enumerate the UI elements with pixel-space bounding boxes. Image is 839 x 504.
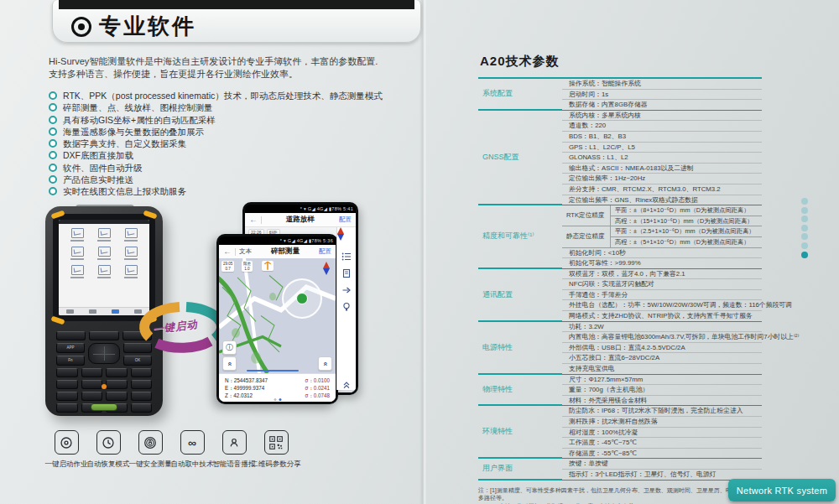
list-icon — [341, 252, 352, 262]
spec-row: 防尘防水：IP68；可抗2米水下随时浸泡，完全防止粉尘进入 — [562, 406, 762, 417]
feature-item: 数据字典支持、自定义数据采集 — [49, 138, 409, 148]
spec-row: BDS：B1、B2、B3 — [562, 132, 762, 143]
spec-row: 手簿通信：手簿差分 — [562, 290, 762, 301]
spec-row: 工作温度：-45℃~75℃ — [562, 438, 762, 449]
rtk-accuracy-group: RTK定位精度 平面：±（8+1×10⁻⁶D）mm（D为被测点间距离） 高程：±… — [562, 205, 762, 226]
spec-row: 初始化可靠性：>99.99% — [562, 258, 762, 268]
feature-badge: 自动恢复模式 — [87, 430, 129, 470]
bullet-icon — [49, 139, 57, 148]
spec-section-physical: 物理特性 尺寸：Φ127.5mm×57mm 重量：700g（含主机电池） 材料：… — [478, 375, 762, 407]
device-app-grid — [59, 224, 149, 278]
document-icon — [341, 268, 352, 278]
spec-row: 输出格式：ASCII：NMEA-0183以及二进制 — [562, 164, 762, 174]
footnotes: 注：[1]测量精度、可靠性受多种因素干扰，包括卫星几何分布、卫星数、观测时间、卫… — [478, 486, 762, 504]
spec-section-label: 系统配置 — [478, 79, 562, 111]
info-button: ⓘ — [222, 340, 237, 355]
qr-code-icon — [264, 430, 289, 455]
spec-row: 双模蓝牙：双模，蓝牙4.0，向下兼容2.1 — [562, 269, 762, 280]
bullet-icon — [49, 91, 57, 100]
intro-paragraph: Hi-Survey智能测量软件是中海达自主研发设计的专业手簿软件，丰富的参数配置… — [49, 55, 409, 80]
voice-person-icon — [222, 430, 247, 455]
bullet-icon — [49, 164, 57, 172]
static-accuracy-group: 静态定位精度 平面：±（2.5+1×10⁻⁶D）mm（D为被测点间距离） 高程：… — [562, 226, 762, 247]
lightbulb-icon — [341, 302, 352, 312]
spec-panel: A20技术参数 系统配置 操作系统：智能操作系统 启动时间：1s 数据存储：内置… — [478, 54, 762, 504]
sigma-value: σ：0.0748 — [305, 392, 330, 399]
back-arrow-icon: ← — [249, 216, 258, 224]
map-chip: 限差 1.0 — [242, 261, 253, 272]
spec-row: 小五芯接口：直流6~28VDC/2A — [562, 353, 762, 364]
target-icon — [55, 430, 79, 455]
spec-sub-label: RTK定位精度 — [562, 205, 611, 226]
bullet-icon — [49, 127, 57, 136]
feature-badge: 二维码参数分享 — [255, 430, 297, 470]
fn-key: Fn — [56, 356, 85, 366]
bullet-icon — [49, 187, 57, 195]
feature-item: 具有移动GIS坐标+属性的自动匹配采样 — [49, 115, 409, 125]
spec-row: 初始化时间：<10秒 — [562, 248, 762, 259]
spec-row: 平面：±（2.5+1×10⁻⁶D）mm（D为被测点间距离） — [611, 226, 762, 237]
spec-section-label: GNSS配置 — [478, 111, 562, 205]
intro-line: Hi-Survey智能测量软件是中海达自主研发设计的专业手簿软件，丰富的参数配置… — [49, 55, 409, 68]
safe-lock-icon — [138, 430, 163, 455]
bullseye-icon — [71, 17, 91, 37]
spec-section-label: 通讯配置 — [478, 269, 562, 322]
page-title: 专业软件 — [99, 12, 196, 41]
text-tab: 文本 — [239, 247, 252, 256]
app-key: APP — [56, 343, 85, 353]
feature-item: 碎部测量、点、线放样、图根控制测量 — [49, 102, 409, 112]
orange-dot — [102, 384, 107, 389]
dpad — [88, 343, 120, 364]
feature-icon-row: 一键启动作业 自动恢复模式 一键安全测量 ∞ 自动取中技术 智能语音播报 — [45, 430, 297, 470]
phone-app-title: 道路放样 — [265, 215, 336, 225]
green-key — [91, 403, 117, 411]
yellow-accent — [143, 210, 157, 220]
phone-screenshot-detail-survey: * ▾ G◢ 4G◢ ▮78% 5:36 ← 文本 碎部测量 配置 — [216, 234, 338, 404]
spec-row: 指示灯：3个LED指示灯：卫星灯、信号灯、电源灯 — [562, 470, 762, 480]
spec-row: 功耗：3.2W — [562, 322, 762, 333]
feature-item: 海量遥感影像与矢量数据的叠加展示 — [49, 127, 409, 137]
chevron-up-button: « — [318, 356, 332, 371]
phone-app-title: 碎部测量 — [255, 247, 315, 257]
phone-statusbar: * ▾ G◢ 4G◢ ▮78% 5:36 — [219, 236, 336, 245]
page-fold-divider — [420, 0, 426, 504]
spec-section-environment: 环境特性 防尘防水：IP68；可抗2米水下随时浸泡，完全防止粉尘进入 测杆跌摔：… — [478, 406, 762, 459]
feature-item: 软件、固件自动升级 — [49, 163, 409, 173]
sigma-value: σ：0.0100 — [305, 377, 330, 384]
spec-row: 通道数：220 — [562, 121, 762, 132]
spec-row: 按键：单按键 — [562, 459, 762, 470]
feature-list: RTK、PPK（post processed kinematic）技术，即动态后… — [49, 91, 409, 199]
spec-row: 测杆跌摔：抗2米测杆自然跌落 — [562, 417, 762, 428]
spec-row: 支持充电宝供电 — [562, 364, 762, 374]
elevation-value: Z：42.0312 — [225, 392, 268, 399]
spec-row: 尺寸：Φ127.5mm×57mm — [562, 375, 762, 386]
chevron-up-button: « — [222, 356, 237, 371]
spec-section-accuracy: 精度和可靠性⁽¹⁾ RTK定位精度 平面：±（8+1×10⁻⁶D）mm（D为被测… — [478, 205, 762, 269]
network-rtk-button[interactable]: Network RTK system — [728, 479, 836, 501]
feature-badge: ∞ 自动取中技术 — [171, 430, 213, 470]
bullet-icon — [49, 175, 57, 184]
spec-row: 数据存储：内置8GB存储器 — [562, 100, 762, 110]
phone-screen: ← 文本 碎部测量 配置 — [219, 245, 336, 402]
bullet-icon — [49, 151, 57, 159]
northing-value: N：2544537.8347 — [225, 377, 268, 384]
position-target — [282, 278, 322, 319]
spec-row: 网络模式：支持ZHD协议、NTRIP协议，支持内置千寻知寸服务 — [562, 311, 762, 321]
feature-item: RTK、PPK（post processed kinematic）技术，即动态后… — [49, 91, 409, 101]
yellow-accent — [50, 316, 65, 325]
compass-icon — [323, 262, 331, 275]
spec-section-label: 环境特性 — [478, 406, 562, 459]
header-black-bar — [59, 0, 414, 9]
spec-row: NFC闪联：实现蓝牙闪触配对 — [562, 279, 762, 290]
spec-row: 存储温度：-55℃~85℃ — [562, 449, 762, 459]
config-link: 配置 — [339, 216, 352, 224]
spec-row: 定位输出频率：GNS、Rinex双格式静态数据 — [562, 195, 762, 205]
map-toolbar — [336, 227, 356, 390]
back-arrow-icon: ← — [223, 247, 232, 256]
spec-row: 平面：±（8+1×10⁻⁶D）mm（D为被测点间距离） — [611, 205, 762, 216]
spec-section-comms: 通讯配置 双模蓝牙：双模，蓝牙4.0，向下兼容2.1 NFC闪联：实现蓝牙闪触配… — [478, 269, 762, 322]
spec-section-system: 系统配置 操作系统：智能操作系统 启动时间：1s 数据存储：内置8GB存储器 — [478, 79, 762, 111]
feature-badge: 一键启动作业 — [45, 430, 87, 470]
antenna-chip — [262, 261, 274, 271]
spec-row: 操作系统：智能操作系统 — [562, 79, 762, 90]
